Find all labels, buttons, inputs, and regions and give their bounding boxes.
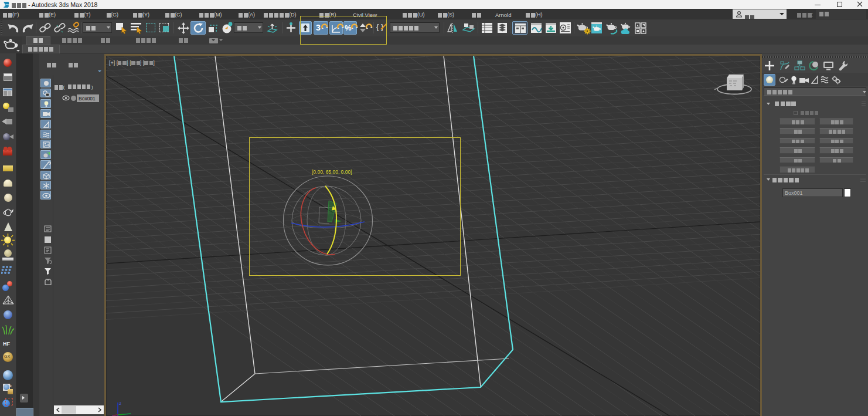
svg-text:z: z [119, 401, 121, 406]
